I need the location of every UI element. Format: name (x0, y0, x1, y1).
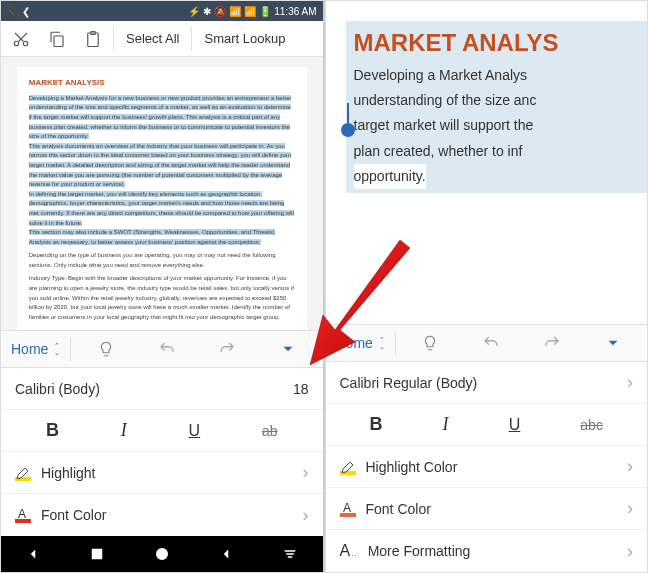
font-name: Calibri Regular (Body) (340, 375, 478, 391)
tellme-button[interactable] (416, 329, 444, 357)
strikethrough-button[interactable]: abc (580, 417, 603, 433)
underline-button[interactable]: U (509, 416, 521, 434)
bold-button[interactable]: B (46, 420, 59, 441)
undo-button[interactable] (477, 329, 505, 357)
android-nav-bar (1, 536, 323, 572)
smart-lookup-button[interactable]: Smart Lookup (196, 23, 293, 55)
svg-point-1 (23, 41, 28, 46)
chevron-right-icon: › (627, 498, 633, 519)
font-color-icon: A (15, 507, 31, 523)
svg-point-7 (156, 549, 167, 560)
svg-rect-6 (93, 550, 102, 559)
highlight-color-label: Highlight Color (366, 459, 458, 475)
font-color-row[interactable]: A Font Color › (326, 488, 648, 530)
doc-paragraph: understanding of the size anc (354, 88, 644, 113)
font-style-row: B I U ab (1, 410, 323, 452)
format-panel: Calibri Regular (Body) › B I U abc Highl… (326, 362, 648, 572)
chevron-right-icon: › (303, 505, 309, 526)
doc-paragraph: In defining the target market, you will … (29, 190, 295, 228)
ribbon-tab-label: Home (11, 341, 48, 357)
underline-button[interactable]: U (189, 422, 201, 440)
doc-paragraph: This analysis documents an overview of t… (29, 142, 295, 190)
more-formatting-icon: A.. (340, 542, 358, 560)
italic-button[interactable]: I (443, 414, 449, 435)
annotation-arrow (295, 230, 415, 370)
select-all-button[interactable]: Select All (118, 23, 187, 55)
chevron-right-icon: › (627, 456, 633, 477)
bold-button[interactable]: B (370, 414, 383, 435)
more-formatting-label: More Formatting (368, 543, 471, 559)
undo-button[interactable] (153, 335, 181, 363)
status-bar: 📞❮ ⚡✱🔕📶📶🔋 11:36 AM (1, 1, 323, 21)
document-area[interactable]: MARKET ANALYSIS Developing a Market Anal… (1, 57, 323, 330)
svg-text:A: A (343, 501, 351, 515)
highlight-icon (15, 465, 31, 481)
doc-heading: MARKET ANALYS (354, 29, 644, 57)
svg-point-0 (14, 41, 19, 46)
context-toolbar: Select All Smart Lookup (1, 21, 323, 57)
chevron-right-icon: › (627, 372, 633, 393)
highlight-color-row[interactable]: Highlight Color › (326, 446, 648, 488)
nav-home-button[interactable] (148, 540, 176, 568)
highlight-label: Highlight (41, 465, 95, 481)
copy-button[interactable] (41, 23, 73, 55)
doc-paragraph: target market will support the (354, 113, 644, 138)
nav-back-button[interactable] (19, 540, 47, 568)
svg-text:A: A (18, 507, 26, 521)
font-size: 18 (293, 381, 309, 397)
doc-paragraph: opportunity. (354, 164, 426, 189)
font-row[interactable]: Calibri (Body) 18 (1, 368, 323, 410)
tellme-button[interactable] (92, 335, 120, 363)
doc-paragraph: Industry Type: Begin with the broader de… (29, 274, 295, 322)
font-color-label: Font Color (41, 507, 106, 523)
highlight-row[interactable]: Highlight › (1, 452, 323, 494)
redo-button[interactable] (538, 329, 566, 357)
more-formatting-row[interactable]: A.. More Formatting › (326, 530, 648, 572)
doc-paragraph: Depending on the type of business you ar… (29, 251, 295, 270)
nav-recents-button[interactable] (83, 540, 111, 568)
doc-heading: MARKET ANALYSIS (29, 77, 295, 90)
nav-menu-button[interactable] (276, 540, 304, 568)
italic-button[interactable]: I (121, 420, 127, 441)
doc-paragraph: Developing a Market Analys (354, 63, 644, 88)
highlight-icon (340, 459, 356, 475)
ribbon-bar: Home ⌃⌄ (1, 330, 323, 368)
chevron-right-icon: › (627, 541, 633, 562)
cut-button[interactable] (5, 23, 37, 55)
doc-paragraph: This section may also include a SWOT (St… (29, 228, 295, 247)
status-time: 11:36 AM (274, 6, 316, 17)
chevron-right-icon: › (303, 462, 309, 483)
expand-button[interactable] (599, 329, 627, 357)
ribbon-tab-selector[interactable]: Home ⌃⌄ (1, 331, 70, 367)
divider (191, 27, 192, 51)
chevron-updown-icon: ⌃⌄ (54, 342, 60, 356)
nav-back2-button[interactable] (212, 540, 240, 568)
redo-button[interactable] (213, 335, 241, 363)
font-color-row[interactable]: A Font Color › (1, 494, 323, 536)
font-color-label: Font Color (366, 501, 431, 517)
strikethrough-button[interactable]: ab (262, 423, 278, 439)
font-color-icon: A (340, 501, 356, 517)
font-name: Calibri (Body) (15, 381, 100, 397)
cursor-handle[interactable] (341, 123, 355, 137)
paste-button[interactable] (77, 23, 109, 55)
font-style-row: B I U abc (326, 404, 648, 446)
doc-paragraph: plan created, whether to inf (354, 139, 644, 164)
doc-paragraph: Developing a Market Analysis for a new b… (29, 94, 295, 142)
divider (113, 27, 114, 51)
svg-rect-2 (54, 36, 63, 47)
format-panel: Calibri (Body) 18 B I U ab Highlight › (1, 368, 323, 536)
